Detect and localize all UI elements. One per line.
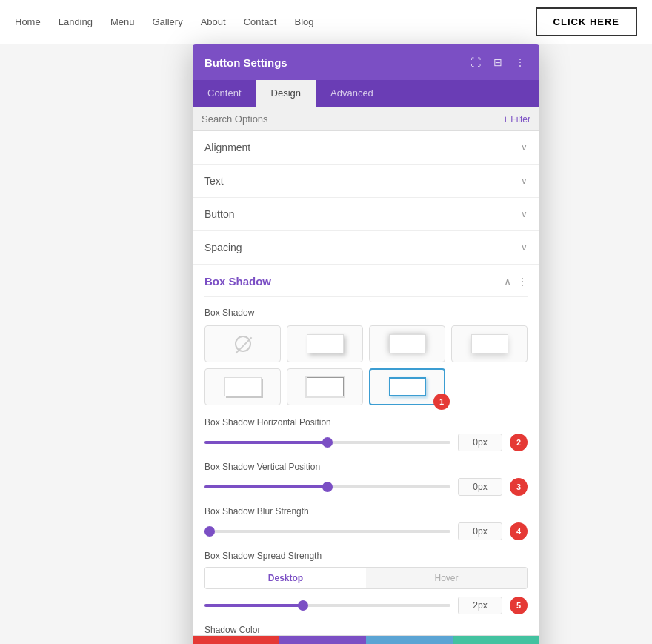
shadow-option-2[interactable] [369, 325, 445, 362]
shadow-option-5[interactable] [287, 368, 363, 405]
spread-strength-thumb[interactable] [298, 600, 308, 611]
vertical-position-track[interactable] [204, 485, 450, 488]
vertical-position-thumb[interactable] [322, 482, 333, 492]
nav-landing[interactable]: Landing [59, 16, 93, 27]
vertical-position-label: Box Shadow Vertical Position [204, 462, 528, 472]
horizontal-position-track[interactable] [204, 441, 450, 444]
horizontal-position-label: Box Shadow Horizontal Position [204, 417, 528, 428]
redo-button[interactable]: ↻ [366, 636, 453, 644]
spacing-chevron-icon: ∨ [521, 242, 528, 253]
badge-4: 4 [510, 522, 528, 540]
shadow-option-none[interactable] [204, 325, 281, 362]
vertical-position-group: Box Shadow Vertical Position 0px 3 [204, 462, 528, 496]
blur-strength-track[interactable] [204, 530, 450, 533]
fullscreen-icon[interactable]: ⛶ [468, 55, 483, 70]
box-shadow-title: Box Shadow [204, 275, 271, 288]
text-chevron-icon: ∨ [521, 176, 528, 186]
desktop-tab[interactable]: Desktop [205, 568, 366, 588]
shadow-preview-5 [307, 377, 344, 396]
modal-content: Alignment ∨ Text ∨ Button ∨ Spacing ∨ [193, 131, 539, 635]
alignment-section-header[interactable]: Alignment ∨ [193, 131, 539, 165]
hover-tab[interactable]: Hover [366, 568, 527, 588]
action-bar: ✕ ↺ ↻ ✓ [193, 635, 539, 644]
blur-strength-thumb[interactable] [204, 526, 215, 537]
nav-blog[interactable]: Blog [294, 16, 313, 27]
filter-button[interactable]: + Filter [503, 114, 530, 125]
selected-badge-1: 1 [433, 394, 450, 410]
shadow-preview-4 [224, 377, 262, 396]
text-section-header[interactable]: Text ∨ [193, 165, 539, 198]
shadow-color-label: Shadow Color [204, 625, 528, 635]
nav-gallery[interactable]: Gallery [153, 16, 183, 27]
click-here-button[interactable]: CLICK HERE [536, 7, 637, 36]
shadow-preview-1 [307, 334, 344, 353]
nav-links: Home Landing Menu Gallery About Contact … [15, 16, 314, 27]
horizontal-position-group: Box Shadow Horizontal Position 0px 2 [204, 417, 528, 451]
spread-strength-slider-row: 2px 5 [204, 597, 528, 614]
box-shadow-section: Box Shadow ∧ ⋮ Box Shadow [193, 265, 539, 635]
page-background: Button Settings ⛶ ⊟ ⋮ Content Design Adv… [0, 44, 652, 644]
desktop-hover-tabs: Desktop Hover [204, 567, 528, 589]
shadow-option-3[interactable] [451, 325, 528, 362]
shadow-option-1[interactable] [287, 325, 363, 362]
more-options-icon[interactable]: ⋮ [517, 276, 528, 288]
modal-tabs: Content Design Advanced [193, 80, 539, 107]
blur-strength-group: Box Shadow Blur Strength 0px 4 [204, 506, 528, 540]
split-icon[interactable]: ⊟ [490, 55, 505, 70]
blur-strength-label: Box Shadow Blur Strength [204, 506, 528, 517]
horizontal-position-fill [204, 441, 327, 444]
search-bar: + Filter [193, 107, 539, 131]
nav-menu[interactable]: Menu [110, 16, 135, 27]
top-navigation: Home Landing Menu Gallery About Contact … [0, 0, 652, 44]
spread-strength-fill [204, 604, 303, 607]
blur-strength-slider-row: 0px 4 [204, 522, 528, 540]
nav-home[interactable]: Home [15, 16, 41, 27]
vertical-position-fill [204, 485, 327, 488]
nav-contact[interactable]: Contact [244, 16, 277, 27]
shadow-color-group: Shadow Color 6 ✏ [204, 625, 528, 635]
search-input[interactable] [202, 113, 503, 125]
shadow-preview-2 [389, 334, 426, 353]
spread-strength-group: Box Shadow Spread Strength Desktop Hover… [204, 551, 528, 614]
vertical-position-slider-row: 0px 3 [204, 478, 528, 496]
shadow-sub-label: Box Shadow [204, 308, 528, 318]
modal-header-icons: ⛶ ⊟ ⋮ [468, 55, 528, 70]
blur-strength-value[interactable]: 0px [458, 522, 502, 540]
tab-design[interactable]: Design [256, 80, 316, 107]
badge-3: 3 [510, 478, 528, 496]
shadow-style-grid: 1 [204, 325, 528, 405]
nav-about[interactable]: About [201, 16, 226, 27]
spread-strength-label: Box Shadow Spread Strength [204, 551, 528, 561]
modal-title: Button Settings [204, 56, 287, 69]
modal-header: Button Settings ⛶ ⊟ ⋮ [193, 44, 539, 80]
spacing-label: Spacing [204, 242, 242, 253]
horizontal-position-thumb[interactable] [322, 437, 333, 448]
horizontal-position-value[interactable]: 0px [458, 434, 502, 451]
save-button[interactable]: ✓ [453, 636, 539, 644]
spacing-section-header[interactable]: Spacing ∨ [193, 231, 539, 265]
horizontal-position-slider-row: 0px 2 [204, 434, 528, 451]
no-shadow-icon [235, 336, 251, 352]
spread-strength-track[interactable] [204, 604, 450, 607]
button-section-header[interactable]: Button ∨ [193, 198, 539, 231]
badge-2: 2 [510, 434, 528, 451]
collapse-icon[interactable]: ∧ [504, 276, 511, 288]
alignment-label: Alignment [204, 142, 250, 153]
box-shadow-header: Box Shadow ∧ ⋮ [204, 265, 528, 297]
button-settings-modal: Button Settings ⛶ ⊟ ⋮ Content Design Adv… [193, 44, 539, 644]
tab-content[interactable]: Content [193, 80, 256, 107]
vertical-position-value[interactable]: 0px [458, 478, 502, 496]
alignment-chevron-icon: ∨ [521, 142, 528, 153]
spread-strength-value[interactable]: 2px [458, 597, 502, 614]
text-label: Text [204, 175, 224, 187]
button-chevron-icon: ∨ [521, 209, 528, 219]
shadow-preview-3 [471, 334, 508, 353]
badge-5: 5 [510, 597, 528, 614]
more-icon[interactable]: ⋮ [513, 55, 528, 70]
tab-advanced[interactable]: Advanced [316, 80, 388, 107]
button-label: Button [204, 208, 234, 220]
cancel-button[interactable]: ✕ [193, 636, 279, 644]
shadow-option-6[interactable]: 1 [369, 368, 445, 405]
shadow-option-4[interactable] [204, 368, 281, 405]
undo-button[interactable]: ↺ [279, 636, 366, 644]
